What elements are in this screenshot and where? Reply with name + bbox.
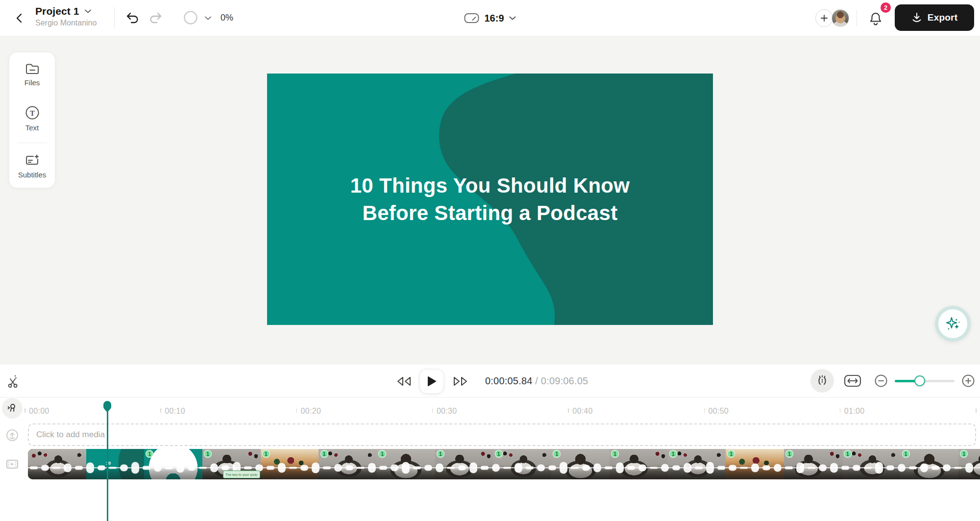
timeline-ruler[interactable]: 00:0000:1000:2000:3000:4000:5001:00 [0, 397, 980, 420]
clip-thumbnail-title-teal[interactable]: 10 [86, 449, 145, 479]
ai-assistant-button[interactable] [935, 306, 971, 342]
slider-knob[interactable] [914, 375, 925, 386]
ruler-tick [24, 408, 25, 413]
ruler-tick [704, 408, 705, 413]
video-preview-canvas[interactable]: 10 Things You Should Know Before Startin… [267, 74, 713, 325]
timeline-panel: 00:0000:1000:2000:3000:4000:5001:00 Clic… [0, 397, 980, 521]
undo-icon [125, 12, 139, 25]
rewind-button[interactable] [395, 375, 413, 388]
save-progress-value: 0% [220, 13, 233, 23]
current-time: 0:00:05.84 [485, 375, 533, 387]
avatar[interactable] [832, 9, 849, 27]
ruler-label: 00:40 [572, 407, 593, 416]
marker-badge[interactable]: 1 [669, 450, 677, 458]
zoom-out-button[interactable] [874, 374, 888, 388]
time-separator: / [533, 375, 541, 387]
split-view-button[interactable] [810, 369, 834, 393]
ruler-label: 00:30 [437, 407, 457, 416]
ruler-tick [976, 408, 977, 413]
ruler-tick [568, 408, 569, 413]
export-button[interactable]: Export [895, 4, 974, 31]
caption-chip-text: The key to your podcast camera [225, 473, 258, 476]
marker-badge[interactable]: 1 [437, 450, 444, 458]
playhead[interactable] [103, 400, 112, 521]
ruler-label: 00:50 [709, 407, 729, 416]
video-editor-app: Project 1 Sergio Montanino [0, 0, 980, 521]
aspect-ratio-value: 16:9 [484, 13, 504, 24]
chevron-down-icon [84, 9, 92, 14]
chevron-down-icon [509, 16, 516, 21]
zoom-in-button[interactable] [961, 374, 975, 388]
header-divider [114, 7, 115, 28]
ruler-tick [296, 408, 297, 413]
scissors-icon [7, 374, 20, 388]
marker-badge[interactable]: 1 [844, 450, 852, 458]
subtitles-icon [24, 153, 40, 167]
canvas-title-line2: Before Starting a Podcast [363, 199, 618, 227]
project-info: Project 1 Sergio Montanino [35, 5, 97, 27]
bell-icon [869, 11, 882, 26]
ruler-label: 00:10 [165, 407, 185, 416]
split-clip-button[interactable] [5, 373, 22, 390]
video-track-icon[interactable] [5, 457, 20, 471]
header-divider [857, 10, 857, 26]
aspect-ratio-selector[interactable]: 16:9 [464, 0, 516, 36]
time-display: 0:00:05.84 / 0:09:06.05 [485, 365, 588, 397]
sidebar-item-subtitles[interactable]: Subtitles [9, 153, 55, 179]
fit-width-icon [844, 373, 861, 388]
save-progress-indicator[interactable] [183, 10, 198, 25]
marker-badge[interactable]: 1 [204, 450, 212, 458]
clip-thumbnail-person-a[interactable] [28, 449, 86, 479]
invite-add-button[interactable] [815, 9, 833, 27]
minus-circle-icon [874, 374, 888, 388]
undo-button[interactable] [123, 10, 141, 26]
caption-chip[interactable]: The key to your podcast camera [223, 471, 260, 478]
ruler-label: 00:20 [301, 407, 321, 416]
marker-badge[interactable]: 1 [320, 450, 328, 458]
add-media-track-icon[interactable] [5, 428, 20, 443]
ruler-tick [840, 408, 841, 413]
main-area: Files T Text Subtitles [0, 36, 980, 365]
sidebar-item-text[interactable]: T Text [9, 105, 55, 132]
plus-icon [820, 14, 828, 22]
export-label: Export [928, 12, 957, 23]
fit-timeline-button[interactable] [843, 372, 862, 389]
ruler-label: 01:00 [844, 407, 865, 416]
add-media-placeholder: Click to add media [36, 430, 105, 440]
notifications-button[interactable] [867, 10, 884, 27]
redo-icon [149, 12, 163, 25]
marker-badge[interactable]: 1 [611, 450, 619, 458]
play-button[interactable] [419, 369, 444, 394]
sidebar-item-label: Files [24, 78, 40, 87]
playback-toolbar: 0:00:05.84 / 0:09:06.05 [0, 365, 980, 397]
save-progress-dropdown[interactable] [203, 15, 212, 22]
marker-badge[interactable]: 1 [262, 450, 270, 458]
progress-ring-icon [183, 10, 198, 25]
aspect-ratio-icon [464, 12, 479, 25]
project-title-dropdown[interactable]: Project 1 [35, 5, 97, 17]
split-burst-icon [816, 375, 828, 387]
fast-forward-icon [452, 375, 469, 387]
marker-badge[interactable]: 1 [785, 450, 793, 458]
text-icon: T [25, 105, 40, 120]
total-duration: 0:09:06.05 [541, 375, 588, 387]
ruler-tick [160, 408, 161, 413]
rewind-icon [395, 375, 412, 387]
sidebar: Files T Text Subtitles [9, 52, 55, 188]
add-media-track[interactable]: Click to add media [28, 423, 976, 446]
marker-badge[interactable]: 1 [902, 450, 910, 458]
sidebar-item-files[interactable]: Files [9, 62, 55, 87]
marker-badge[interactable]: 1 [495, 450, 503, 458]
back-button[interactable] [12, 10, 27, 26]
sidebar-item-label: Subtitles [18, 171, 47, 179]
redo-button[interactable] [147, 10, 165, 26]
folder-icon [25, 62, 40, 75]
canvas-title-line1: 10 Things You Should Know [350, 172, 630, 199]
fast-forward-button[interactable] [452, 375, 469, 388]
video-track[interactable]: 10 111111111111111 The key to your podca… [28, 449, 980, 479]
header: Project 1 Sergio Montanino [0, 0, 980, 37]
chevron-down-icon [204, 16, 212, 21]
play-icon [427, 376, 437, 387]
sidebar-divider [17, 143, 47, 143]
timeline-zoom-slider[interactable] [895, 378, 955, 383]
